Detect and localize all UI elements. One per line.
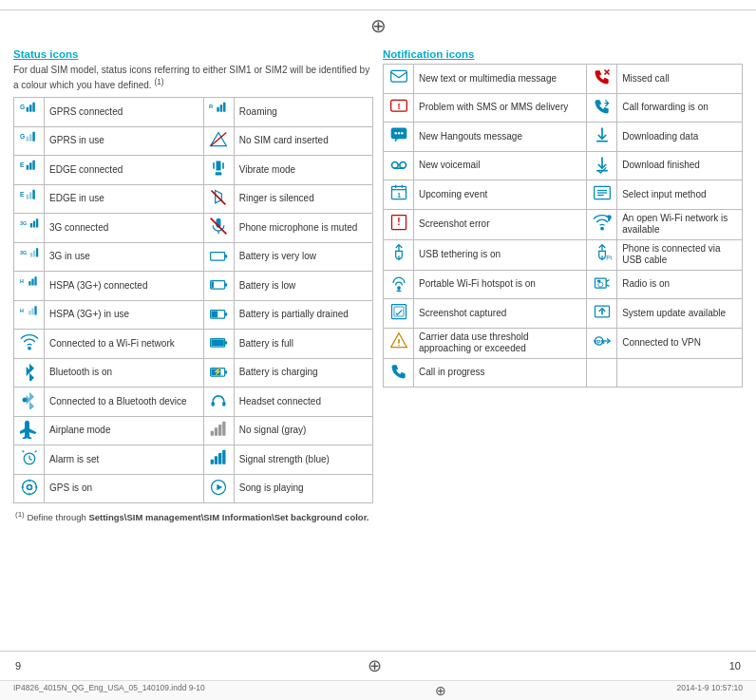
svg-rect-72 bbox=[215, 457, 217, 464]
right-section: Notification icons New text or multimedi… bbox=[383, 48, 743, 643]
svg-rect-62 bbox=[211, 430, 214, 435]
status-icon bbox=[203, 474, 234, 503]
status-icon bbox=[14, 445, 45, 475]
notif-label: USB tethering is on bbox=[414, 239, 587, 270]
left-section: Status icons For dual SIM model, status … bbox=[13, 48, 373, 643]
svg-rect-17 bbox=[32, 161, 35, 170]
svg-point-92 bbox=[397, 132, 400, 135]
status-icons-title: Status icons bbox=[13, 48, 373, 60]
table-row: 1 Upcoming event Select bbox=[384, 180, 743, 210]
svg-point-59 bbox=[22, 398, 27, 403]
notif-label: New voicemail bbox=[414, 151, 587, 180]
table-row: Connected to a Bluetooth device Headset … bbox=[14, 388, 373, 417]
svg-rect-10 bbox=[29, 134, 32, 142]
svg-point-120 bbox=[597, 282, 602, 287]
status-label: No signal (gray) bbox=[234, 416, 372, 445]
table-row: E EDGE in use bbox=[14, 184, 373, 214]
notification-icons-title: Notification icons bbox=[383, 48, 743, 60]
notif-label: Call in progress bbox=[414, 358, 587, 388]
status-label: Vibrate mode bbox=[234, 156, 372, 185]
table-row: H HSPA (3G+) connected bbox=[14, 272, 373, 301]
table-row: 3G 3G in use bbox=[14, 242, 373, 272]
table-row: USB tethering is on PC Phone is connecte… bbox=[384, 239, 743, 270]
status-icon bbox=[14, 388, 45, 417]
status-icon: 3G bbox=[14, 214, 45, 243]
svg-rect-22 bbox=[32, 189, 35, 199]
svg-rect-46 bbox=[31, 308, 33, 314]
page: ⊕ Status icons For dual SIM model, statu… bbox=[0, 0, 756, 700]
status-label: 3G in use bbox=[45, 242, 204, 272]
table-row: Portable Wi-Fi hotspot is on Radio is on bbox=[384, 270, 743, 299]
status-label: Bluetooth is on bbox=[45, 358, 204, 388]
svg-line-69 bbox=[22, 451, 24, 453]
svg-rect-47 bbox=[34, 306, 36, 314]
notif-icon: 1 bbox=[384, 180, 414, 210]
svg-rect-15 bbox=[26, 165, 28, 170]
page-number-left: 9 bbox=[15, 660, 21, 672]
svg-rect-74 bbox=[222, 450, 225, 464]
svg-rect-119 bbox=[595, 278, 606, 288]
svg-rect-21 bbox=[29, 192, 32, 199]
footnote: (1) Define through Settings\SIM manageme… bbox=[13, 509, 373, 523]
svg-text:⚡: ⚡ bbox=[213, 367, 223, 377]
status-icon: G bbox=[14, 126, 45, 156]
svg-text:R: R bbox=[209, 104, 214, 110]
svg-rect-32 bbox=[29, 253, 31, 257]
status-label: Battery is full bbox=[234, 330, 372, 359]
table-row: E EDGE connected bbox=[14, 156, 373, 185]
table-row: 3G 3G connected bbox=[14, 214, 373, 243]
notif-icon bbox=[384, 270, 414, 299]
status-icon bbox=[203, 272, 234, 301]
svg-text:VPN: VPN bbox=[593, 339, 604, 345]
svg-rect-40 bbox=[34, 277, 36, 286]
svg-rect-26 bbox=[32, 221, 34, 228]
notif-icon: ! bbox=[384, 209, 414, 239]
svg-text:G: G bbox=[20, 104, 25, 110]
compass-bottom: ⊕ bbox=[368, 655, 382, 676]
svg-text:!: ! bbox=[397, 101, 400, 110]
status-label: Signal strength (blue) bbox=[234, 445, 372, 475]
svg-text:PC: PC bbox=[606, 255, 612, 262]
svg-point-129 bbox=[398, 345, 400, 347]
notif-icon bbox=[587, 299, 617, 329]
status-label: Battery is very low bbox=[234, 242, 372, 272]
svg-marker-90 bbox=[394, 139, 397, 142]
svg-rect-63 bbox=[215, 427, 217, 435]
svg-rect-125 bbox=[394, 307, 404, 316]
status-icon: ⚡ bbox=[203, 358, 234, 388]
table-row: H HSPA (3G+) in use bbox=[14, 300, 373, 330]
svg-rect-34 bbox=[35, 248, 37, 256]
svg-rect-54 bbox=[225, 341, 228, 344]
status-label: Phone microphone is muted bbox=[234, 214, 372, 243]
svg-rect-18 bbox=[216, 172, 222, 175]
notif-label: Download finished bbox=[617, 151, 743, 180]
file-info-right: 2014-1-9 10:57:10 bbox=[677, 683, 743, 698]
svg-rect-39 bbox=[31, 279, 33, 286]
notif-icon bbox=[587, 65, 617, 94]
svg-text:!: ! bbox=[397, 218, 400, 228]
svg-marker-83 bbox=[217, 483, 223, 490]
svg-point-91 bbox=[394, 132, 397, 135]
status-label: Battery is charging bbox=[234, 358, 372, 388]
table-row: Carrier data use threshold approaching o… bbox=[384, 328, 743, 358]
notif-icon bbox=[384, 151, 414, 180]
status-icon bbox=[203, 445, 234, 475]
svg-rect-50 bbox=[225, 312, 228, 315]
svg-rect-5 bbox=[217, 107, 220, 112]
svg-text:3G: 3G bbox=[20, 221, 27, 227]
status-label: 3G connected bbox=[45, 214, 204, 243]
svg-text:H: H bbox=[20, 279, 24, 285]
table-row: New Hangouts message Downloading data bbox=[384, 123, 743, 152]
status-icon: H bbox=[14, 272, 45, 301]
table-row: G GPRS in use bbox=[14, 126, 373, 156]
notif-label: Missed call bbox=[617, 65, 743, 94]
svg-rect-38 bbox=[28, 281, 30, 286]
notif-label: Screenshot captured bbox=[414, 299, 587, 329]
status-label: GPRS in use bbox=[45, 126, 204, 156]
svg-point-51 bbox=[28, 348, 30, 350]
status-icons-table: G GPRS connected R bbox=[13, 97, 373, 503]
status-icon: 3G bbox=[14, 242, 45, 272]
status-icon bbox=[203, 126, 234, 156]
svg-rect-121 bbox=[597, 279, 600, 282]
table-row: Screenshot captured System update availa… bbox=[384, 299, 743, 329]
